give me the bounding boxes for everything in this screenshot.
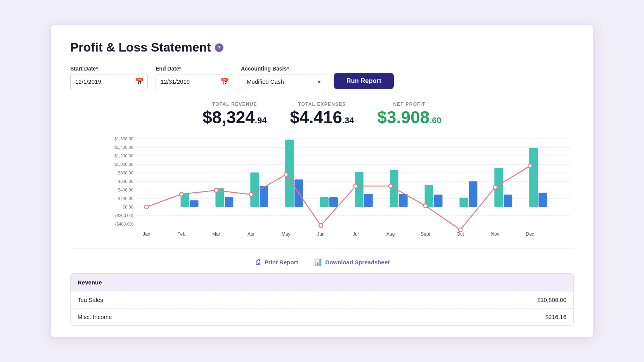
x-label-dec: Dec: [526, 231, 534, 237]
bar-blue-dec: [538, 193, 547, 207]
bar-blue-aug: [399, 194, 408, 207]
svg-text:$1,200.00: $1,200.00: [114, 153, 133, 158]
dot-sept: [424, 204, 428, 208]
svg-text:$1,600.00: $1,600.00: [114, 136, 133, 141]
bar-teal-oct: [459, 198, 468, 207]
actions-row: 🖨 Print Report 📊 Download Spreadsheet: [70, 254, 574, 273]
start-date-input-wrapper: 📅: [70, 74, 148, 89]
x-label-apr: Apr: [248, 231, 255, 237]
dot-jun: [319, 224, 323, 228]
svg-text:$1,400.00: $1,400.00: [114, 145, 133, 150]
svg-text:$600.00: $600.00: [118, 179, 133, 184]
svg-text:$200.00: $200.00: [118, 196, 133, 201]
x-label-jan: Jan: [143, 231, 150, 237]
download-spreadsheet-button[interactable]: 📊 Download Spreadsheet: [313, 258, 390, 266]
misc-income-amount: $216.16: [545, 314, 566, 320]
chart-container: $1,600.00 $1,400.00 $1,200.00 $1,000.00 …: [70, 131, 574, 241]
dot-may: [284, 172, 288, 176]
misc-income-label: Misc. Income: [78, 314, 112, 320]
revenue-table: Revenue Tea Sales $10,808.00 Misc. Incom…: [70, 273, 574, 326]
bar-blue-mar: [225, 197, 233, 207]
x-label-jul: Jul: [353, 231, 358, 237]
bar-teal-apr: [250, 172, 259, 207]
dot-jul: [354, 184, 358, 188]
page-title: Profit & Loss Statement: [70, 40, 211, 55]
summary-row: TOTAL REVENUE $8,324.94 TOTAL EXPENSES $…: [70, 102, 574, 127]
end-date-input[interactable]: [156, 74, 216, 89]
help-icon[interactable]: ?: [215, 43, 223, 52]
start-date-group: Start Date* 📅: [70, 66, 148, 89]
svg-text:$800.00: $800.00: [118, 171, 133, 175]
bar-blue-nov: [504, 195, 512, 207]
calendar-icon-end[interactable]: 📅: [216, 78, 233, 86]
svg-text:($400.00): ($400.00): [115, 222, 133, 226]
page-title-row: Profit & Loss Statement ?: [70, 40, 574, 55]
svg-text:($200.00): ($200.00): [115, 213, 133, 218]
net-profit-label: NET PROFIT: [377, 102, 441, 107]
start-date-input[interactable]: [71, 74, 131, 89]
bar-blue-jul: [364, 194, 373, 207]
total-revenue-label: TOTAL REVENUE: [203, 102, 267, 107]
x-label-oct: Oct: [457, 231, 464, 237]
end-date-input-wrapper: 📅: [156, 74, 233, 89]
total-revenue-value: $8,324.94: [203, 108, 267, 127]
total-expenses-value: $4.416.34: [290, 108, 354, 127]
table-row: Misc. Income $216.16: [71, 308, 573, 325]
main-card: Profit & Loss Statement ? Start Date* 📅 …: [50, 24, 594, 338]
form-row: Start Date* 📅 End Date* 📅 Accounting Bas…: [70, 66, 574, 89]
calendar-icon-start[interactable]: 📅: [131, 78, 147, 86]
bar-blue-jun: [329, 197, 338, 207]
dot-mar: [214, 188, 218, 192]
table-row: Tea Sales $10,808.00: [71, 291, 573, 308]
dot-aug: [389, 184, 393, 188]
end-date-group: End Date* 📅: [156, 66, 233, 89]
accounting-basis-label: Accounting Basis*: [241, 66, 326, 72]
svg-text:$400.00: $400.00: [118, 188, 133, 192]
dot-nov: [493, 185, 497, 189]
total-expenses-label: TOTAL EXPENSES: [290, 102, 354, 107]
start-date-label: Start Date*: [70, 66, 148, 72]
x-label-sept: Sept: [421, 231, 430, 237]
x-label-jun: Jun: [317, 231, 324, 237]
bar-teal-dec: [529, 148, 538, 207]
revenue-table-header: Revenue: [71, 274, 573, 291]
dot-apr: [249, 193, 253, 197]
printer-icon: 🖨: [254, 258, 261, 266]
revenue-row-amount: $10,808.00: [537, 296, 566, 303]
dot-dec: [528, 164, 532, 168]
bar-blue-sept: [434, 195, 443, 207]
x-label-may: May: [282, 231, 291, 237]
run-report-button[interactable]: Run Report: [334, 73, 394, 89]
print-report-button[interactable]: 🖨 Print Report: [254, 258, 298, 266]
x-label-nov: Nov: [491, 231, 499, 237]
accounting-basis-select-wrapper: Cash Modified Cash Accrual ▼: [241, 74, 326, 89]
bar-line-chart: $1,600.00 $1,400.00 $1,200.00 $1,000.00 …: [70, 131, 574, 240]
download-icon: 📊: [313, 258, 322, 266]
accounting-basis-group: Accounting Basis* Cash Modified Cash Acc…: [241, 66, 326, 89]
dot-feb: [180, 192, 184, 196]
dot-jan: [145, 205, 149, 209]
svg-text:$0.00: $0.00: [123, 205, 133, 209]
svg-text:$1,000.00: $1,000.00: [114, 162, 133, 167]
bar-teal-jul: [355, 172, 364, 207]
bar-blue-oct: [469, 181, 477, 207]
end-date-label: End Date*: [156, 66, 233, 72]
total-expenses-summary: TOTAL EXPENSES $4.416.34: [290, 102, 354, 127]
net-profit-value: $3.908.60: [377, 108, 441, 127]
bar-blue-feb: [190, 200, 199, 207]
x-label-aug: Aug: [386, 231, 395, 237]
net-profit-summary: NET PROFIT $3.908.60: [377, 102, 441, 127]
accounting-basis-select[interactable]: Cash Modified Cash Accrual: [241, 74, 326, 89]
revenue-row-label: Tea Sales: [78, 296, 103, 303]
bar-teal-jun: [320, 197, 329, 207]
chart-divider: [70, 248, 574, 248]
x-label-feb: Feb: [177, 231, 185, 237]
total-revenue-summary: TOTAL REVENUE $8,324.94: [203, 102, 267, 127]
x-label-mar: Mar: [212, 231, 220, 237]
